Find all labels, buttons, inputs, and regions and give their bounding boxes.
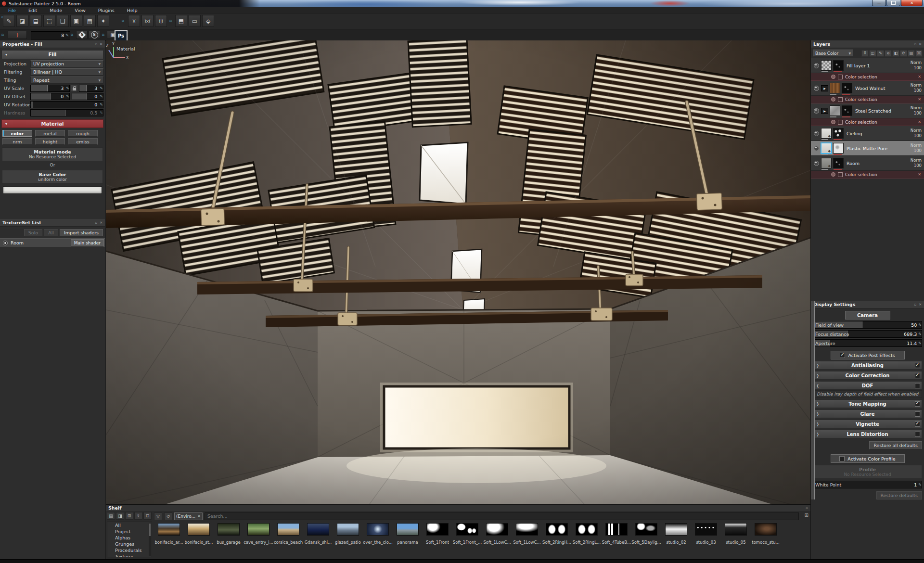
substance-material-button[interactable]: S (76, 31, 88, 39)
brush-size-field[interactable]: 8✎ (31, 31, 70, 39)
checkbox-icon[interactable] (915, 383, 920, 388)
layer-mask-thumbnail[interactable] (833, 128, 844, 139)
add-smart-material-icon[interactable]: ⟳ (900, 50, 907, 57)
search-input[interactable] (205, 512, 799, 520)
channel-button[interactable]: nrm (2, 138, 32, 145)
layer-blend-mode[interactable]: Norm (911, 128, 922, 133)
layer-blend-mode[interactable]: Norm (911, 143, 922, 148)
shelf-dock-icon[interactable]: ⊟ (143, 512, 152, 520)
shelf-item[interactable]: panorama (393, 523, 423, 559)
camera-setting-slider[interactable]: Aperture 11.4 ✎ (813, 339, 922, 347)
shelf-materials-icon[interactable]: ◨ (116, 512, 124, 520)
tearoff-icon[interactable]: ⧉ (1, 33, 4, 37)
activate-post-effects-toggle[interactable]: Activate Post Effects (831, 351, 905, 359)
property-dropdown[interactable]: Bilinear | HQ▼ (30, 68, 103, 76)
checkbox-icon[interactable] (915, 363, 920, 368)
close-panel-icon[interactable]: ✕ (100, 221, 103, 225)
base-color-box[interactable]: Base Color uniform color (2, 170, 103, 184)
shelf-category[interactable]: Alphas (107, 535, 152, 541)
menu-item[interactable]: Plugins (92, 7, 121, 13)
shelf-item[interactable]: tomoco_stu... (751, 523, 781, 559)
shelf-item[interactable]: over_the_clo... (363, 523, 393, 559)
layer-opacity[interactable]: 100 (914, 88, 922, 93)
tearoff-icon[interactable]: ⧉ (102, 33, 104, 37)
projection-tool[interactable]: ⬓ (30, 15, 42, 27)
material-mode-box[interactable]: Material mode No Resource Selected (2, 147, 103, 161)
all-button[interactable]: All (44, 229, 58, 236)
main-shader-button[interactable]: Main shader (71, 239, 104, 247)
effect-visibility-icon[interactable] (831, 75, 835, 79)
uv-rotation-slider[interactable]: 0✎ (30, 101, 103, 108)
mirror-uv-icon[interactable]: )x( (141, 15, 154, 27)
menu-item[interactable]: View (68, 7, 92, 13)
viewport-3d[interactable]: Material X Y Z (106, 40, 810, 504)
layer-thumbnail[interactable] (821, 158, 832, 168)
visibility-toggle[interactable] (814, 131, 819, 136)
dock-icon[interactable]: ▫ (806, 506, 808, 510)
folder-toggle-icon[interactable]: ▶ (821, 85, 828, 91)
layer-effect-row[interactable]: Color selection ✕ (811, 73, 924, 81)
shelf-item[interactable]: cave_entry_i... (244, 523, 273, 559)
layer-row[interactable]: ▶ Steel Scratched Norm 100 (811, 103, 924, 118)
shelf-item[interactable]: Soft_2RingH... (542, 523, 572, 559)
camera-tab[interactable]: Camera (845, 311, 890, 320)
uv-scale-x-slider[interactable]: 3✎ (30, 85, 70, 92)
menu-item[interactable]: Mode (43, 7, 68, 13)
restore-all-defaults-button[interactable]: Restore all defaults (869, 441, 922, 449)
add-stencil-icon[interactable]: ◫ (869, 50, 876, 57)
post-effect-section[interactable]: ❭ Tone Mapping (813, 399, 922, 408)
add-paint-effect-icon[interactable]: ✎ (877, 50, 884, 57)
hardness-slider[interactable]: 0.5✎ (30, 109, 103, 116)
uv-scale-y-slider[interactable]: 3✎ (79, 85, 103, 92)
shelf-category[interactable]: Textures (107, 553, 152, 557)
dock-icon[interactable]: ▫ (914, 303, 916, 307)
shelf-item[interactable]: Soft_4TubeB... (602, 523, 631, 559)
add-levels-icon[interactable]: ≋ (885, 50, 892, 57)
effect-remove-icon[interactable]: ✕ (918, 75, 921, 79)
shelf-category[interactable]: All (107, 522, 152, 528)
render-view-icon[interactable]: ▭ (189, 15, 201, 27)
shelf-item[interactable]: corsica_beach (273, 523, 303, 559)
add-fill-icon[interactable]: ◧ (892, 50, 899, 57)
shelf-item[interactable]: studio_05 (721, 523, 751, 559)
checkbox-icon[interactable] (915, 373, 920, 378)
channel-button[interactable]: color (2, 130, 32, 137)
dock-icon[interactable]: ▫ (914, 42, 916, 46)
post-effect-section[interactable]: ❭ Vignette (813, 420, 922, 428)
effect-remove-icon[interactable]: ✕ (918, 97, 921, 102)
close-panel-icon[interactable]: ✕ (100, 42, 103, 46)
eraser-tool[interactable]: ◪ (16, 15, 28, 27)
camera-setting-slider[interactable]: Focus distance 689.3 ✎ (813, 330, 922, 338)
shelf-item[interactable]: Soft_2RingL... (572, 523, 602, 559)
shelf-item[interactable]: Soft_1Front_... (452, 523, 482, 559)
layer-mask-thumbnail[interactable] (833, 143, 844, 154)
layer-row[interactable]: Fill layer 1 Norm 100 (811, 58, 924, 73)
filter-funnel-icon[interactable]: ▽ (154, 512, 162, 520)
effect-visibility-icon[interactable] (831, 97, 835, 102)
mirror-both-icon[interactable]: )|( (155, 15, 167, 27)
shelf-export-icon[interactable]: ⇪ (134, 512, 142, 520)
layer-effect-row[interactable]: Color selection ✕ (811, 171, 924, 179)
layer-thumbnail[interactable] (830, 83, 840, 93)
post-effect-section[interactable]: ❭ Antialiasing (813, 361, 922, 370)
shelf-add-icon[interactable]: ⊞ (125, 512, 133, 520)
paint-tool[interactable]: ✎ (3, 15, 15, 27)
layer-effect-row[interactable]: Color selection ✕ (811, 96, 924, 103)
textureset-row[interactable]: Room Main shader (0, 238, 105, 247)
photoshop-export-button[interactable]: Ps (115, 30, 128, 41)
shelf-category[interactable]: Project (107, 528, 152, 535)
delete-layer-icon[interactable]: ⌧ (915, 50, 923, 57)
shelf-item[interactable]: studio_03 (691, 523, 721, 559)
shelf-category[interactable]: Grunges (107, 541, 152, 547)
restore-defaults-button[interactable]: Restore defaults (876, 491, 922, 499)
dock-icon[interactable]: ▫ (95, 221, 97, 225)
layer-blend-mode[interactable]: Norm (911, 158, 922, 163)
material-view-icon[interactable]: ⬒ (175, 15, 187, 27)
undo-filter-icon[interactable]: ↺ (164, 512, 172, 520)
post-effect-section[interactable]: ❬ DOF (813, 381, 922, 390)
mirror-horizontal-icon[interactable]: )( (128, 15, 140, 27)
folder-toggle-icon[interactable]: ▶ (821, 108, 828, 114)
clone-stamp-tool[interactable]: ▣ (70, 15, 82, 27)
menu-item[interactable]: Help (121, 7, 144, 13)
shelf-item[interactable]: Soft_5Daylig... (631, 523, 661, 559)
